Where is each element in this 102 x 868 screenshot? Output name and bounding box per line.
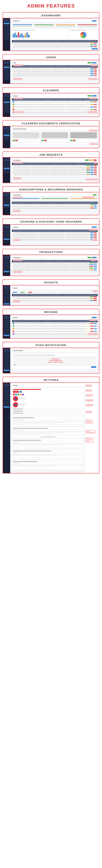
transactions-section: TRANSACTIONS Transactions [3, 249, 99, 276]
cleaners-section: CLEANERS Cleaners [3, 87, 99, 117]
subscriptions-title: SUBSCRIPTIONS & RECURRING BOOKINGS [3, 187, 99, 192]
annotation-details-assign: Details / Assign Cleaners [86, 179, 98, 180]
push-notification-section: PUSH NOTIFICATION Push Notification [3, 342, 99, 373]
dashboard-section: DASHBOARD Dashboard [3, 12, 99, 51]
reviews-section: REVIEWS Reviews [3, 309, 99, 339]
settings-label-app-icon: App Icon [86, 390, 92, 392]
annotation-coupon-details: Coupon Details [13, 239, 21, 241]
settings-callout-column: Add Logo App Icon Label color Cleaner Ic… [85, 383, 99, 473]
cleaners-title: CLEANERS [3, 88, 99, 93]
annotation-export-csv-subscriptions: Export Data as CSV [13, 196, 22, 198]
annotation-add-reviews: Add New reviews [89, 319, 98, 321]
annotation-transaction-details: Transaction Details [13, 271, 22, 273]
payouts-title: PAYOUTS [3, 280, 99, 285]
annotation-add-user: Add New User [90, 64, 98, 66]
users-section: USERS Users [3, 54, 99, 84]
settings-label-app-details: App Details [86, 404, 93, 406]
annotation-export-csv-jobs: Export Data as CSV [13, 162, 23, 163]
settings-label-add-logo: Add Logo [86, 385, 92, 386]
users-title: USERS [3, 55, 99, 60]
settings-label-cleaner-icon: Cleaner Icon [86, 399, 93, 401]
settings-label-terms: Terms &Conditions [86, 420, 93, 424]
transactions-title: TRANSACTIONS [3, 249, 99, 255]
cleaners-docs-section: CLEANERS DOCUMENTS VERIFICATION Document… [3, 120, 99, 148]
annotation-export-csv-cleaners: Export Data as CSV [13, 97, 23, 99]
settings-title: SETTINGS [3, 377, 99, 383]
main-title: ADMIN FEATURES [0, 0, 102, 10]
settings-label-faqs: FAQs /Announcements [86, 430, 95, 434]
annotation-edit-delete-users: Edit or Delete Users [88, 78, 98, 80]
annotation-add-documents: Add Documents [90, 143, 98, 145]
annotation-payout-details: Payout Details [13, 301, 20, 302]
annotation-service-details: Service Details [13, 210, 20, 212]
coupons-title: COUPONS & DISCOUNT CODE VOUCHERS [3, 219, 99, 224]
payouts-section: PAYOUTS Payouts [3, 279, 99, 306]
coupons-section: COUPONS & DISCOUNT CODE VOUCHERS Coupons [3, 218, 99, 246]
dashboard-title: DASHBOARD [3, 12, 99, 18]
annotation-user-details: Users Details Here [13, 78, 22, 80]
settings-label-label-color: Label color [86, 395, 93, 396]
settings-section: SETTINGS Settings [3, 377, 99, 473]
annotation-cleaner-details: Cleaner Details Here [13, 111, 23, 113]
annotation-edit-delete-reviews: Delete / Edit / Delete [88, 333, 98, 335]
annotation-filter-jobs: Filter [94, 162, 98, 163]
annotation-custom-payouts: Custom [93, 290, 98, 292]
push-notification-title: PUSH NOTIFICATION [3, 342, 99, 348]
reviews-title: REVIEWS [3, 309, 99, 315]
annotation-approve-decline: Approve / Decline [89, 130, 98, 131]
job-requests-title: JOB REQUESTS [3, 152, 99, 158]
annotation-export-csv-users: Export Data as CSV [13, 64, 23, 66]
annotation-add-coupon: Add New Coupon [89, 229, 98, 230]
cleaners-docs-title: CLEANERS DOCUMENTS VERIFICATION [3, 121, 99, 126]
job-requests-section: JOB REQUESTS Job Requests [3, 151, 99, 183]
annotation-edit-delete-cleaners: Edit or Delete Cleaner [87, 111, 98, 113]
settings-label-privacy: Privacy &CancellationPolicy [86, 438, 93, 442]
annotation-edit-delete-coupons: Edit / Delete [91, 239, 98, 241]
subscriptions-section: SUBSCRIPTIONS & RECURRING BOOKINGS Subsc… [3, 186, 99, 215]
annotation-export-csv-transactions: Export Data as CSV [13, 259, 22, 261]
annotation-booking-name-overview: Booking Name Overview [83, 196, 94, 198]
annotation-booking-details: Booking Details [13, 178, 21, 179]
annotation-filter-export-transactions: Filter / Export [91, 259, 98, 261]
settings-label-about-us: About Us [86, 411, 92, 413]
annotation-add-cleaner: Add new Cleaner [89, 97, 98, 99]
